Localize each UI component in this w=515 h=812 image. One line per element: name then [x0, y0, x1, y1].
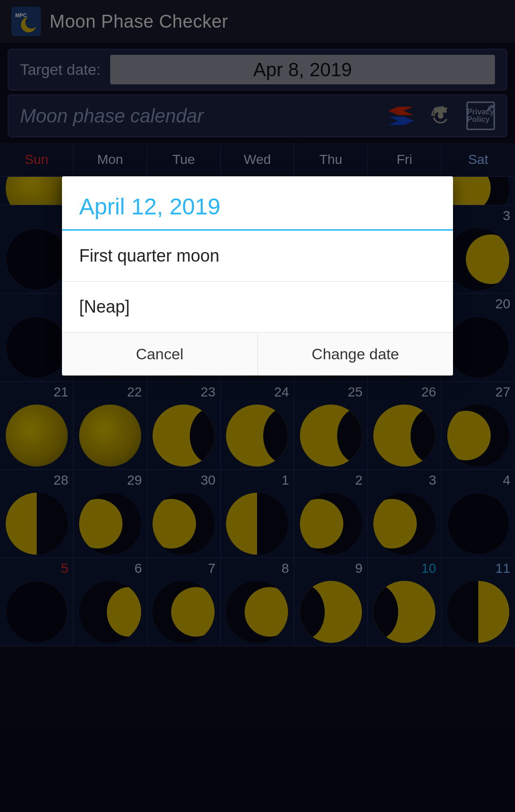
dialog: April 12, 2019 First quarter moon [Neap]… — [62, 176, 453, 376]
dialog-tide-text: [Neap] — [79, 297, 130, 316]
dialog-backdrop[interactable]: April 12, 2019 First quarter moon [Neap]… — [0, 0, 515, 812]
change-date-button[interactable]: Change date — [258, 333, 453, 376]
cancel-button[interactable]: Cancel — [62, 333, 258, 376]
dialog-moon-phase-text: First quarter moon — [79, 246, 219, 265]
dialog-moon-phase-row[interactable]: First quarter moon — [62, 231, 453, 282]
dialog-tide-row[interactable]: [Neap] — [62, 282, 453, 333]
dialog-date: April 12, 2019 — [79, 194, 220, 219]
dialog-body: First quarter moon [Neap] — [62, 231, 453, 333]
dialog-header: April 12, 2019 — [62, 176, 453, 231]
dialog-actions: Cancel Change date — [62, 333, 453, 376]
